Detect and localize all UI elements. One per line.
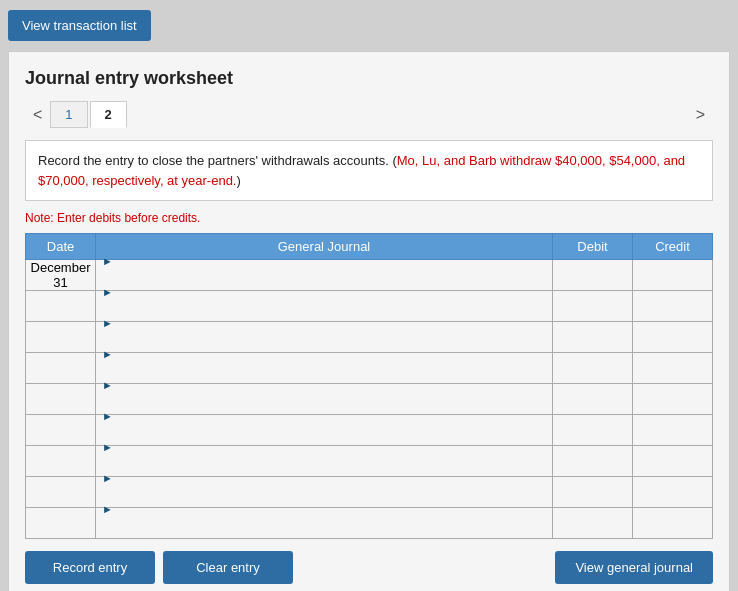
debit-input-8[interactable] (557, 477, 628, 507)
arrow-icon-4: ► (100, 348, 113, 360)
debit-cell-6[interactable] (553, 415, 633, 446)
tab-next-button[interactable]: > (688, 102, 713, 128)
date-cell-3 (26, 322, 96, 353)
main-container: Journal entry worksheet < 1 2 > Record t… (8, 51, 730, 591)
header-credit: Credit (633, 234, 713, 260)
instruction-text-normal: Record the entry to close the partners' … (38, 153, 397, 168)
credit-cell-3[interactable] (633, 322, 713, 353)
arrow-icon-6: ► (100, 410, 113, 422)
credit-cell-2[interactable] (633, 291, 713, 322)
debit-input-6[interactable] (557, 415, 628, 445)
clear-entry-button[interactable]: Clear entry (163, 551, 293, 584)
credit-cell-5[interactable] (633, 384, 713, 415)
debit-input-1[interactable] (557, 260, 628, 290)
credit-input-3[interactable] (637, 322, 708, 352)
arrow-icon-7: ► (100, 441, 113, 453)
journal-input-8[interactable] (100, 485, 548, 515)
credit-input-4[interactable] (637, 353, 708, 383)
date-cell-4 (26, 353, 96, 384)
date-cell-5 (26, 384, 96, 415)
header-date: Date (26, 234, 96, 260)
tab-prev-button[interactable]: < (25, 102, 50, 128)
debit-cell-4[interactable] (553, 353, 633, 384)
record-entry-button[interactable]: Record entry (25, 551, 155, 584)
journal-input-7[interactable] (100, 454, 548, 484)
instruction-text-close: ) (237, 173, 241, 188)
credit-cell-8[interactable] (633, 477, 713, 508)
worksheet-title: Journal entry worksheet (25, 68, 713, 89)
credit-input-1[interactable] (637, 260, 708, 290)
credit-cell-7[interactable] (633, 446, 713, 477)
credit-cell-6[interactable] (633, 415, 713, 446)
debit-cell-5[interactable] (553, 384, 633, 415)
bottom-buttons: Record entry Clear entry View general jo… (25, 551, 713, 584)
view-transaction-button[interactable]: View transaction list (8, 10, 151, 41)
table-row: December31 ► (26, 260, 713, 291)
journal-input-1[interactable] (100, 268, 548, 298)
date-cell-9 (26, 508, 96, 539)
journal-input-3[interactable] (100, 330, 548, 360)
debit-input-4[interactable] (557, 353, 628, 383)
date-cell-7 (26, 446, 96, 477)
tab-1[interactable]: 1 (50, 101, 87, 128)
debit-input-2[interactable] (557, 291, 628, 321)
arrow-icon-2: ► (100, 286, 113, 298)
arrow-icon-9: ► (100, 503, 113, 515)
debit-cell-1[interactable] (553, 260, 633, 291)
arrow-icon-5: ► (100, 379, 113, 391)
credit-input-5[interactable] (637, 384, 708, 414)
debit-cell-8[interactable] (553, 477, 633, 508)
debit-cell-7[interactable] (553, 446, 633, 477)
journal-input-2[interactable] (100, 299, 548, 329)
credit-cell-9[interactable] (633, 508, 713, 539)
debit-cell-2[interactable] (553, 291, 633, 322)
date-cell-8 (26, 477, 96, 508)
view-general-journal-button[interactable]: View general journal (555, 551, 713, 584)
tab-2[interactable]: 2 (90, 101, 127, 128)
credit-input-2[interactable] (637, 291, 708, 321)
arrow-icon-1: ► (100, 255, 113, 267)
instruction-box: Record the entry to close the partners' … (25, 140, 713, 201)
note-text: Note: Enter debits before credits. (25, 211, 713, 225)
journal-input-6[interactable] (100, 423, 548, 453)
credit-input-9[interactable] (637, 508, 708, 538)
debit-input-5[interactable] (557, 384, 628, 414)
header-debit: Debit (553, 234, 633, 260)
credit-input-7[interactable] (637, 446, 708, 476)
credit-cell-1[interactable] (633, 260, 713, 291)
date-cell-1: December31 (26, 260, 96, 291)
arrow-icon-3: ► (100, 317, 113, 329)
debit-input-3[interactable] (557, 322, 628, 352)
date-cell-6 (26, 415, 96, 446)
credit-input-6[interactable] (637, 415, 708, 445)
journal-input-5[interactable] (100, 392, 548, 422)
journal-cell-1[interactable]: ► (96, 260, 553, 291)
credit-input-8[interactable] (637, 477, 708, 507)
debit-input-9[interactable] (557, 508, 628, 538)
header-general-journal: General Journal (96, 234, 553, 260)
journal-input-9[interactable] (100, 516, 548, 546)
credit-cell-4[interactable] (633, 353, 713, 384)
date-cell-2 (26, 291, 96, 322)
top-bar: View transaction list (0, 0, 738, 51)
debit-input-7[interactable] (557, 446, 628, 476)
spacer (301, 551, 547, 584)
journal-table: Date General Journal Debit Credit Decemb… (25, 233, 713, 539)
arrow-icon-8: ► (100, 472, 113, 484)
journal-input-4[interactable] (100, 361, 548, 391)
debit-cell-3[interactable] (553, 322, 633, 353)
debit-cell-9[interactable] (553, 508, 633, 539)
tabs-row: < 1 2 > (25, 101, 713, 128)
